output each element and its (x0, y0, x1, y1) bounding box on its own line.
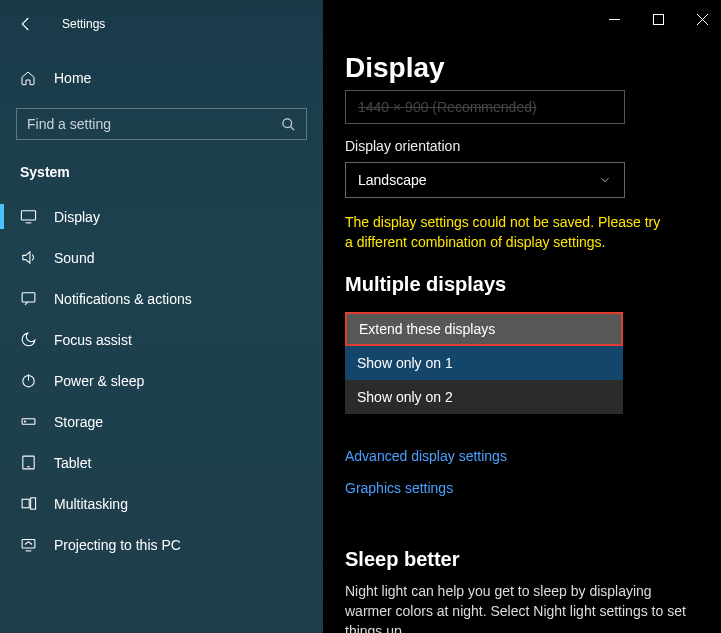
titlebar: Settings (0, 0, 323, 52)
dd-option-show-2[interactable]: Show only on 2 (345, 380, 623, 414)
home-label: Home (54, 70, 91, 86)
power-icon (20, 372, 38, 389)
window-controls (601, 6, 715, 32)
sidebar-item-tablet[interactable]: Tablet (0, 442, 323, 483)
monitor-icon (20, 208, 38, 225)
window-title: Settings (62, 17, 105, 31)
tablet-icon (20, 454, 38, 471)
svg-rect-10 (653, 14, 663, 24)
maximize-button[interactable] (645, 6, 671, 32)
back-button[interactable] (12, 10, 40, 38)
main-panel: Display 1440 × 900 (Recommended) Display… (323, 0, 721, 633)
sidebar-item-notifications[interactable]: Notifications & actions (0, 278, 323, 319)
svg-rect-7 (22, 499, 29, 508)
dd-option-extend[interactable]: Extend these displays (345, 312, 623, 346)
dd-option-label: Extend these displays (359, 321, 495, 337)
speaker-icon (20, 249, 38, 266)
svg-rect-2 (22, 293, 35, 302)
error-message: The display settings could not be saved.… (345, 212, 665, 253)
svg-rect-1 (21, 211, 35, 220)
dd-option-label: Show only on 2 (357, 389, 453, 405)
multitask-icon (20, 495, 38, 512)
sidebar-nav: Display Sound Notifications & actions Fo… (0, 196, 323, 633)
sleep-better-heading: Sleep better (345, 548, 699, 571)
svg-point-0 (283, 118, 292, 127)
resolution-dropdown[interactable]: 1440 × 900 (Recommended) (345, 90, 625, 124)
orientation-label: Display orientation (345, 138, 699, 154)
sidebar-item-label: Tablet (54, 455, 91, 471)
graphics-settings-link[interactable]: Graphics settings (345, 480, 699, 496)
orientation-value: Landscape (358, 172, 427, 188)
sidebar-item-sound[interactable]: Sound (0, 237, 323, 278)
home-link[interactable]: Home (0, 62, 323, 94)
dd-option-show-1[interactable]: Show only on 1 (345, 346, 623, 380)
sidebar-item-display[interactable]: Display (0, 196, 323, 237)
minimize-button[interactable] (601, 6, 627, 32)
sidebar-item-label: Display (54, 209, 100, 225)
orientation-dropdown[interactable]: Landscape (345, 162, 625, 198)
sidebar-item-label: Projecting to this PC (54, 537, 181, 553)
sidebar: Settings Home System Display (0, 0, 323, 633)
sidebar-item-label: Notifications & actions (54, 291, 192, 307)
multiple-displays-heading: Multiple displays (345, 273, 699, 296)
sidebar-item-label: Sound (54, 250, 94, 266)
sidebar-item-label: Storage (54, 414, 103, 430)
svg-point-5 (24, 421, 25, 422)
svg-rect-8 (31, 498, 36, 509)
sidebar-item-power[interactable]: Power & sleep (0, 360, 323, 401)
sidebar-item-focus-assist[interactable]: Focus assist (0, 319, 323, 360)
moon-icon (20, 331, 38, 348)
sidebar-item-projecting[interactable]: Projecting to this PC (0, 524, 323, 565)
dd-option-label: Show only on 1 (357, 355, 453, 371)
advanced-display-link[interactable]: Advanced display settings (345, 448, 699, 464)
sidebar-item-storage[interactable]: Storage (0, 401, 323, 442)
sleep-better-text: Night light can help you get to sleep by… (345, 581, 695, 633)
multiple-displays-dropdown[interactable]: Extend these displays Show only on 1 Sho… (345, 312, 623, 414)
drive-icon (20, 413, 38, 430)
sidebar-item-label: Focus assist (54, 332, 132, 348)
chevron-down-icon (598, 173, 612, 187)
search-box[interactable] (16, 108, 307, 140)
sidebar-item-label: Power & sleep (54, 373, 144, 389)
resolution-value: 1440 × 900 (Recommended) (358, 99, 537, 115)
sidebar-section-label: System (20, 164, 303, 180)
chat-icon (20, 290, 38, 307)
home-icon (20, 70, 38, 86)
sidebar-item-label: Multitasking (54, 496, 128, 512)
search-input[interactable] (27, 116, 281, 132)
project-icon (20, 536, 38, 553)
close-button[interactable] (689, 6, 715, 32)
page-title: Display (345, 52, 699, 84)
svg-rect-9 (22, 540, 35, 549)
search-icon (281, 117, 296, 132)
sidebar-item-multitasking[interactable]: Multitasking (0, 483, 323, 524)
